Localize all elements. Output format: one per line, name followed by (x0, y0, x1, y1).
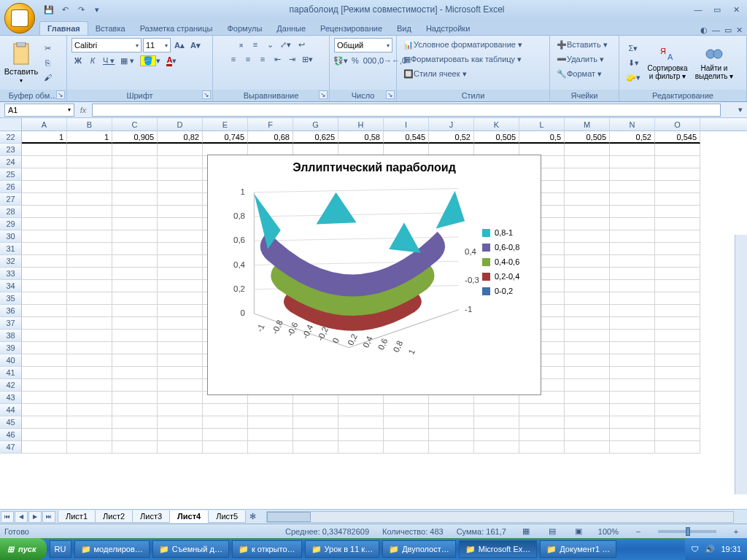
cell[interactable] (293, 441, 338, 454)
percent-icon[interactable]: % (349, 54, 362, 67)
cell[interactable] (67, 144, 112, 156)
cell[interactable] (158, 268, 203, 280)
help-icon[interactable]: ◐ (700, 26, 708, 35)
column-header[interactable]: G (293, 118, 338, 131)
cell[interactable] (384, 404, 429, 416)
taskbar-item[interactable]: 📁Microsoft Ex… (459, 540, 538, 558)
insert-cells-button[interactable]: ➕ Вставить ▾ (554, 38, 610, 51)
doc-minimize-button[interactable]: — (712, 26, 720, 35)
vertical-scrollbar[interactable] (735, 235, 747, 494)
cell[interactable] (112, 230, 158, 243)
cell[interactable]: 0,82 (158, 131, 203, 144)
cell[interactable] (22, 156, 67, 168)
cell[interactable] (22, 330, 67, 342)
align-right-icon[interactable]: ≡ (256, 52, 269, 66)
cell[interactable] (67, 404, 112, 416)
cell[interactable] (655, 181, 700, 193)
cell[interactable] (610, 280, 655, 292)
cell[interactable] (655, 429, 700, 441)
cell[interactable] (610, 441, 655, 454)
cell[interactable] (610, 168, 655, 181)
row-header[interactable]: 32 (0, 255, 22, 268)
row-header[interactable]: 38 (0, 330, 22, 342)
cell[interactable] (158, 280, 203, 292)
cell[interactable] (67, 230, 112, 243)
cell[interactable] (158, 156, 203, 168)
doc-restore-button[interactable]: ▭ (724, 26, 732, 35)
cell[interactable] (158, 416, 203, 429)
tab-insert[interactable]: Вставка (88, 22, 133, 35)
zoom-in-icon[interactable]: + (729, 525, 743, 538)
view-pagebreak-icon[interactable]: ▣ (572, 525, 585, 538)
cell[interactable] (655, 441, 700, 454)
cell[interactable]: 0,745 (203, 131, 248, 144)
conditional-formatting-button[interactable]: 📊 Условное форматирование ▾ (401, 38, 525, 51)
cell[interactable] (610, 218, 655, 230)
cell[interactable] (565, 342, 610, 354)
row-header[interactable]: 35 (0, 292, 22, 305)
cell[interactable]: 1 (67, 131, 112, 144)
zoom-level[interactable]: 100% (598, 527, 619, 536)
tab-home[interactable]: Главная (39, 21, 88, 35)
cell[interactable] (203, 416, 248, 429)
cell[interactable] (610, 404, 655, 416)
cell[interactable] (248, 404, 293, 416)
cell[interactable] (565, 379, 610, 392)
language-indicator[interactable]: RU (50, 540, 71, 558)
cell[interactable] (565, 404, 610, 416)
redo-icon[interactable]: ↷ (74, 4, 88, 15)
cell[interactable] (519, 416, 565, 429)
cell[interactable] (610, 156, 655, 168)
currency-icon[interactable]: 💱▾ (334, 54, 347, 67)
sort-filter-button[interactable]: ЯА Сортировка и фильтр ▾ (646, 39, 689, 87)
row-header[interactable]: 29 (0, 218, 22, 230)
underline-button[interactable]: Ч ▾ (101, 54, 117, 67)
cell[interactable] (565, 354, 610, 367)
grow-font-icon[interactable]: A▴ (172, 39, 187, 52)
cell[interactable]: 0,52 (610, 131, 655, 144)
cell[interactable] (158, 206, 203, 218)
cell[interactable] (519, 429, 565, 441)
cell[interactable] (22, 193, 67, 206)
orientation-icon[interactable]: ⤢▾ (278, 38, 293, 51)
cell[interactable] (158, 392, 203, 404)
paste-button[interactable]: Вставить ▾ (4, 39, 38, 87)
cell[interactable]: 0,505 (474, 131, 519, 144)
cell[interactable] (22, 416, 67, 429)
cell[interactable] (384, 416, 429, 429)
cell[interactable] (112, 317, 158, 330)
cell[interactable] (158, 255, 203, 268)
column-header[interactable]: M (565, 118, 610, 131)
cell[interactable] (610, 379, 655, 392)
cell[interactable] (22, 392, 67, 404)
start-button[interactable]: ⊞пуск (0, 538, 47, 560)
row-header[interactable]: 26 (0, 181, 22, 193)
taskbar-item[interactable]: 📁Двуполост… (382, 540, 456, 558)
cell[interactable] (203, 429, 248, 441)
cell[interactable] (565, 317, 610, 330)
cell[interactable] (158, 342, 203, 354)
cell[interactable] (655, 404, 700, 416)
column-header[interactable]: E (203, 118, 248, 131)
cell[interactable] (112, 305, 158, 317)
cell[interactable] (655, 416, 700, 429)
number-format-combo[interactable]: ▾ (334, 38, 392, 52)
find-select-button[interactable]: Найти и выделить ▾ (692, 39, 736, 87)
cell[interactable] (112, 416, 158, 429)
cell[interactable] (610, 317, 655, 330)
cell[interactable] (248, 441, 293, 454)
tab-formulas[interactable]: Формулы (220, 22, 269, 35)
cell[interactable] (610, 230, 655, 243)
cell[interactable] (655, 367, 700, 379)
cell[interactable] (610, 268, 655, 280)
cell[interactable] (67, 280, 112, 292)
bold-button[interactable]: Ж (71, 54, 85, 67)
row-header[interactable]: 42 (0, 379, 22, 392)
cell[interactable] (655, 317, 700, 330)
cell[interactable] (610, 392, 655, 404)
minimize-button[interactable]: — (690, 4, 706, 15)
cell[interactable] (610, 243, 655, 255)
tab-view[interactable]: Вид (390, 22, 419, 35)
cell[interactable] (158, 230, 203, 243)
cell[interactable] (112, 292, 158, 305)
